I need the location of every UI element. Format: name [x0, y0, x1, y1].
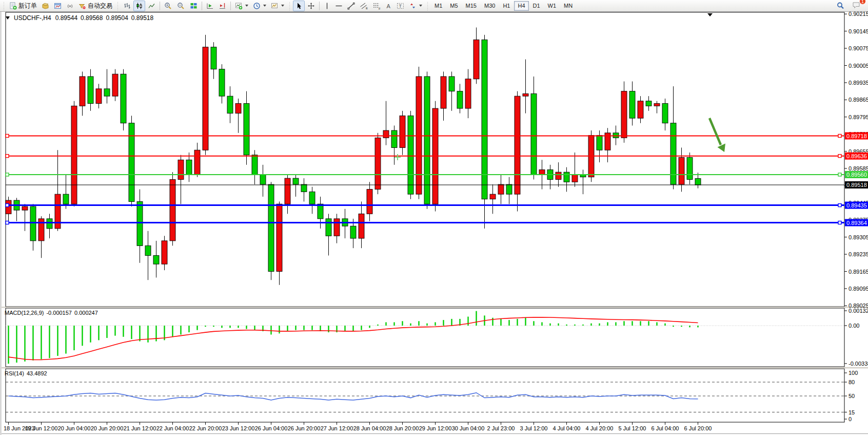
candle-body [350, 226, 356, 238]
price-tick-label: 0.90145 [849, 28, 868, 34]
candle-body [145, 245, 151, 255]
collapse-icon[interactable] [6, 16, 10, 20]
candle-body [408, 116, 413, 194]
chart-cube-icon [42, 2, 49, 10]
auto-scroll-button[interactable] [204, 1, 216, 11]
toolbar-grip[interactable] [2, 1, 6, 10]
search-button[interactable] [834, 1, 847, 11]
line-handle[interactable] [6, 204, 9, 207]
line-handle[interactable] [6, 135, 9, 138]
candle-body [285, 178, 290, 204]
candle-body [63, 194, 69, 204]
macd-label: MACD(12,26,9) -0.000157 0.000247 [5, 310, 98, 316]
candle-body [465, 79, 471, 108]
new-order-icon [9, 2, 17, 10]
line-handle[interactable] [6, 173, 9, 176]
price-tag-label: 0.89435 [846, 202, 867, 209]
timeframe-M1[interactable]: M1 [431, 1, 446, 11]
timeframe-M5[interactable]: M5 [446, 1, 461, 11]
timeframe-H1[interactable]: H1 [499, 1, 514, 11]
rsi-axis-label: 15 [849, 409, 855, 415]
time-tick-label: 6 Jul 04:00 [652, 425, 679, 431]
time-tick-label: 27 Jun 12:00 [321, 425, 353, 431]
chart-window-icon [54, 2, 62, 10]
candle-body [219, 69, 225, 97]
trendline-button[interactable] [345, 1, 357, 11]
equidistant-channel-button[interactable]: E [358, 1, 370, 11]
periods-button[interactable] [251, 1, 268, 11]
candle-body [153, 255, 159, 264]
text-label-icon: T [397, 2, 404, 10]
zoom-in-button[interactable] [162, 1, 174, 11]
toolbar-grip[interactable] [116, 1, 120, 10]
candle-body [679, 158, 684, 185]
time-tick-label: 26 Jun 04:00 [255, 425, 288, 431]
line-handle[interactable] [838, 173, 841, 176]
time-tick-label: 28 Jun 04:00 [353, 425, 386, 431]
indicators-button[interactable] [233, 1, 250, 11]
timeframe-W1[interactable]: W1 [544, 1, 560, 11]
vertical-line-icon [324, 2, 330, 10]
line-handle[interactable] [838, 221, 841, 224]
candle-body [556, 172, 561, 179]
signals-button[interactable] [64, 1, 76, 11]
tile-windows-button[interactable] [188, 1, 200, 11]
rsi-axis-label: 100 [849, 370, 858, 376]
chart-shift-icon [219, 2, 226, 10]
candle-body [638, 101, 643, 118]
line-handle[interactable] [6, 155, 9, 158]
candle-body [515, 96, 520, 194]
rsi-axis-label: 0 [849, 416, 852, 422]
candle-body [277, 204, 282, 271]
zoom-out-button[interactable] [175, 1, 187, 11]
line-handle[interactable] [838, 155, 841, 158]
candle-body [498, 184, 504, 194]
price-tag-label: 0.89718 [846, 133, 867, 139]
crosshair-button[interactable] [305, 1, 317, 11]
chart-window: 0.902150.901450.900750.900050.899350.898… [0, 12, 868, 435]
line-handle[interactable] [6, 221, 9, 224]
candle-body [186, 160, 192, 175]
notification-badge[interactable]: 1 [859, 0, 866, 5]
rsi-value: 43.4892 [27, 370, 47, 376]
close-value: 0.89518 [131, 14, 153, 22]
auto-trading-button[interactable]: 自动交易 [76, 1, 114, 11]
cursor-button[interactable] [293, 1, 305, 11]
line-chart-type-button[interactable] [146, 1, 157, 11]
text-label-button[interactable]: T [394, 1, 406, 11]
new-chart-button[interactable] [40, 1, 51, 11]
timeframe-M30[interactable]: M30 [481, 1, 499, 11]
panel-splitter[interactable] [2, 307, 868, 308]
auto-trading-icon [78, 2, 86, 10]
candle-body [621, 91, 627, 138]
market-watch-button[interactable] [52, 1, 64, 11]
toolbar-grip[interactable] [426, 1, 429, 10]
new-order-button[interactable]: 新订单 [7, 1, 39, 11]
indicators-caret-icon [245, 5, 248, 7]
bar-chart-type-button[interactable] [121, 1, 133, 11]
vertical-line-button[interactable] [322, 1, 332, 11]
chart-shift-button[interactable] [216, 1, 228, 11]
timeframe-MN[interactable]: MN [560, 1, 576, 11]
macd-axis-label: 0.00 [849, 323, 859, 329]
timeframe-D1[interactable]: D1 [529, 1, 544, 11]
line-handle[interactable] [838, 135, 841, 138]
candle-body [490, 194, 496, 199]
macd-axis-label: -0.003384 [849, 361, 868, 367]
text-button[interactable]: A [383, 1, 394, 11]
templates-button[interactable] [269, 1, 286, 11]
timeframe-H4[interactable]: H4 [514, 1, 528, 11]
arrows-button[interactable] [407, 1, 424, 11]
toolbar-grip[interactable] [288, 1, 291, 10]
candle-body [104, 89, 110, 96]
candle-body [646, 101, 652, 106]
time-tick-label: 23 Jun 12:00 [222, 425, 255, 431]
candle-body [22, 206, 28, 210]
fibonacci-button[interactable]: F [370, 1, 383, 11]
candlestick-chart-type-button[interactable] [133, 1, 145, 11]
horizontal-line-button[interactable] [333, 1, 345, 11]
line-handle[interactable] [838, 204, 841, 207]
panel-splitter[interactable] [2, 367, 868, 369]
candle-body [482, 40, 487, 199]
timeframe-M15[interactable]: M15 [462, 1, 480, 11]
